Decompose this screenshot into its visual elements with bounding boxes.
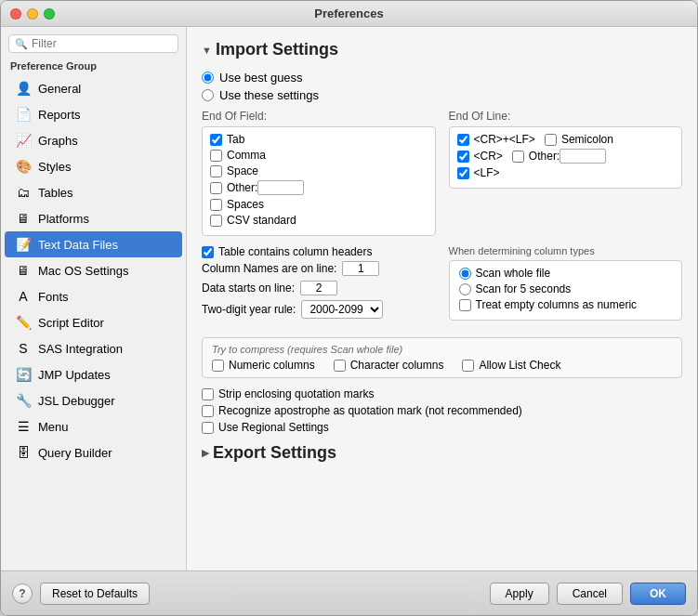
scan-5sec-label: Scan for 5 seconds	[476, 282, 572, 295]
apostrophe-checkbox[interactable]	[202, 405, 214, 417]
main-panel: ▼ Import Settings Use best guess Use the…	[187, 27, 697, 570]
col-names-input[interactable]	[342, 261, 379, 276]
sidebar-item-general[interactable]: 👤General	[5, 75, 182, 101]
tab-checkbox[interactable]	[210, 134, 222, 146]
other-input[interactable]	[257, 180, 304, 195]
sidebar-item-label-query-builder: Query Builder	[38, 446, 112, 460]
empty-numeric-row: Treat empty columns as numeric	[459, 298, 673, 311]
radio-best-guess[interactable]	[202, 72, 214, 84]
bottom-bar: ? Reset to Defaults Apply Cancel OK	[1, 570, 697, 615]
sidebar-item-jmp-updates[interactable]: 🔄JMP Updates	[5, 361, 182, 387]
reset-button[interactable]: Reset to Defaults	[40, 583, 150, 605]
table-header-checkbox[interactable]	[202, 246, 214, 258]
table-header-row: Table contains column headers	[202, 245, 436, 258]
cr-checkbox[interactable]	[457, 151, 469, 163]
comma-checkbox[interactable]	[210, 150, 222, 162]
col-headers-section: Table contains column headers Column Nam…	[202, 245, 682, 328]
csv-checkbox[interactable]	[210, 215, 222, 227]
sidebar-item-icon-mac-os-settings: 🖥	[14, 261, 33, 280]
sidebar-item-menu[interactable]: ☰Menu	[5, 413, 182, 439]
ok-button[interactable]: OK	[630, 583, 686, 605]
export-toggle[interactable]: ▶	[202, 447, 209, 459]
eol-other-input[interactable]	[560, 149, 606, 164]
search-icon: 🔍	[15, 38, 28, 50]
other-checkbox[interactable]	[210, 182, 222, 194]
sidebar-item-mac-os-settings[interactable]: 🖥Mac OS Settings	[5, 257, 182, 283]
help-button[interactable]: ?	[12, 583, 33, 604]
sidebar: 🔍 Preference Group 👤General📄Reports📈Grap…	[1, 27, 187, 570]
allow-list-label: Allow List Check	[479, 359, 560, 372]
search-box[interactable]: 🔍	[8, 34, 178, 53]
semicolon-label: Semicolon	[561, 133, 613, 146]
maximize-button[interactable]	[44, 8, 55, 20]
empty-numeric-checkbox[interactable]	[459, 299, 471, 311]
sidebar-item-styles[interactable]: 🎨Styles	[5, 153, 182, 179]
sidebar-item-icon-platforms: 🖥	[14, 209, 33, 228]
radio-group: Use best guess Use these settings	[202, 71, 682, 102]
tab-row: Tab	[210, 133, 428, 146]
allow-list-item: Allow List Check	[462, 359, 560, 372]
char-cols-checkbox[interactable]	[334, 360, 346, 372]
misc-checks: Strip enclosing quotation marks Recogniz…	[202, 387, 682, 434]
scan-5sec-row: Scan for 5 seconds	[459, 282, 673, 295]
numeric-cols-label: Numeric columns	[229, 359, 315, 372]
data-starts-label: Data starts on line:	[202, 282, 295, 295]
radio-these-settings[interactable]	[202, 89, 214, 101]
col-left-settings: Table contains column headers Column Nam…	[202, 245, 436, 328]
lf-checkbox[interactable]	[457, 167, 469, 179]
sidebar-item-sas-integration[interactable]: SSAS Integration	[5, 335, 182, 361]
strip-quotes-checkbox[interactable]	[202, 388, 214, 400]
year-select[interactable]: 2000-2099 1900-1999	[301, 300, 383, 319]
sidebar-item-reports[interactable]: 📄Reports	[5, 101, 182, 127]
sidebar-item-icon-jmp-updates: 🔄	[14, 365, 33, 384]
col-names-label: Column Names are on line:	[202, 262, 336, 275]
cr-label: <CR>	[474, 150, 503, 163]
import-toggle[interactable]: ▼	[202, 45, 212, 56]
csv-row: CSV standard	[210, 214, 428, 227]
crlf-checkbox[interactable]	[457, 134, 469, 146]
scan-5sec-radio[interactable]	[459, 283, 471, 295]
comma-label: Comma	[227, 149, 266, 162]
sidebar-item-icon-script-editor: ✏️	[14, 313, 33, 332]
scan-whole-radio[interactable]	[459, 268, 471, 280]
compress-label: Try to compress (requires Scan whole fil…	[212, 344, 672, 355]
space-checkbox[interactable]	[210, 165, 222, 177]
sidebar-item-label-platforms: Platforms	[38, 212, 89, 226]
sidebar-item-platforms[interactable]: 🖥Platforms	[5, 205, 182, 231]
regional-checkbox[interactable]	[202, 422, 214, 434]
sidebar-item-fonts[interactable]: AFonts	[5, 283, 182, 309]
sidebar-item-tables[interactable]: 🗂Tables	[5, 179, 182, 205]
radio-best-guess-label: Use best guess	[219, 71, 303, 85]
semicolon-checkbox[interactable]	[545, 134, 557, 146]
sidebar-item-query-builder[interactable]: 🗄Query Builder	[5, 439, 182, 465]
search-input[interactable]	[32, 37, 172, 50]
window-controls	[10, 8, 55, 20]
spaces-checkbox[interactable]	[210, 199, 222, 211]
numeric-cols-checkbox[interactable]	[212, 360, 224, 372]
other-row: Other:	[210, 180, 428, 195]
sidebar-item-script-editor[interactable]: ✏️Script Editor	[5, 309, 182, 335]
col-types-label: When determining column types	[449, 245, 683, 256]
apostrophe-row: Recognize apostrophe as quotation mark (…	[202, 404, 682, 417]
scan-whole-label: Scan whole file	[476, 267, 551, 280]
allow-list-checkbox[interactable]	[462, 360, 474, 372]
sidebar-item-text-data-files[interactable]: 📝Text Data Files	[5, 231, 182, 257]
sidebar-item-icon-fonts: A	[14, 287, 33, 306]
apply-button[interactable]: Apply	[490, 583, 549, 605]
eol-other-checkbox[interactable]	[512, 151, 524, 163]
sidebar-item-graphs[interactable]: 📈Graphs	[5, 127, 182, 153]
cancel-button[interactable]: Cancel	[557, 583, 623, 605]
minimize-button[interactable]	[27, 8, 38, 20]
sidebar-item-label-mac-os-settings: Mac OS Settings	[38, 264, 129, 278]
sidebar-item-icon-query-builder: 🗄	[14, 443, 33, 462]
end-of-line-box: <CR>+<LF> Semicolon <CR> Other:	[449, 126, 683, 189]
data-starts-input[interactable]	[300, 281, 337, 295]
export-settings-header[interactable]: ▶ Export Settings	[202, 443, 682, 463]
sidebar-item-jsl-debugger[interactable]: 🔧JSL Debugger	[5, 387, 182, 413]
tab-label: Tab	[227, 133, 244, 146]
sidebar-item-icon-sas-integration: S	[14, 339, 33, 358]
sidebar-item-icon-graphs: 📈	[14, 131, 33, 150]
end-of-field-box: Tab Comma Space	[202, 126, 436, 236]
close-button[interactable]	[10, 8, 21, 20]
comma-row: Comma	[210, 149, 428, 162]
